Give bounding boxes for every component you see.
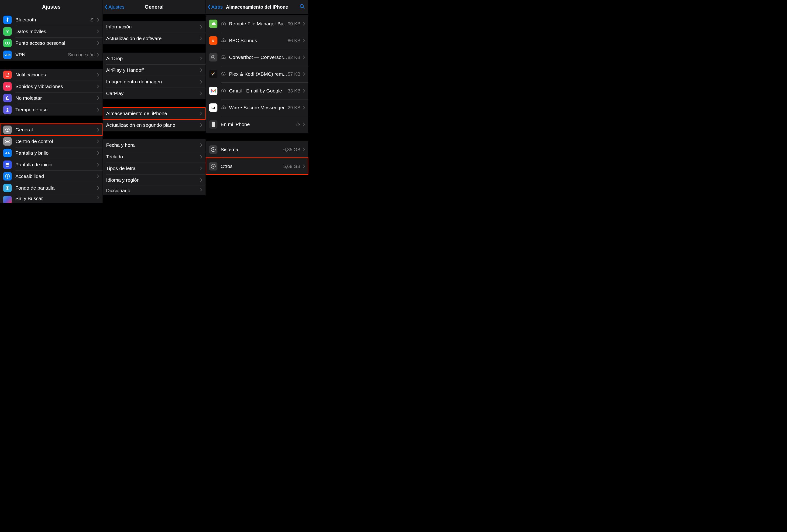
chevron-right-icon	[303, 148, 305, 151]
row-label: Sonidos y vibraciones	[15, 84, 97, 89]
gear-icon	[209, 162, 217, 171]
app-size: 82 KB	[288, 55, 300, 60]
app-row-bbc-sounds[interactable]: S BBC Sounds 86 KB	[206, 32, 308, 49]
chevron-right-icon	[97, 175, 99, 178]
row-bluetooth[interactable]: Bluetooth Sí	[0, 14, 103, 26]
chevron-right-icon	[97, 151, 99, 155]
chevron-right-icon	[200, 123, 202, 127]
chevron-right-icon	[97, 139, 99, 143]
svg-rect-12	[7, 164, 8, 165]
app-row-wire[interactable]: ω Wire • Secure Messenger 29 KB	[206, 99, 308, 116]
row-detail: 5,68 GB	[283, 164, 300, 169]
row-idioma[interactable]: Idioma y región	[103, 174, 205, 186]
svg-rect-31	[298, 125, 298, 127]
chevron-right-icon	[303, 72, 305, 76]
hotspot-icon	[3, 39, 12, 47]
row-pip[interactable]: Imagen dentro de imagen	[103, 76, 205, 88]
row-sistema[interactable]: Sistema 6,85 GB	[206, 141, 308, 158]
svg-rect-11	[6, 164, 7, 165]
row-tipos-letra[interactable]: Tipos de letra	[103, 162, 205, 174]
row-sonidos[interactable]: Sonidos y vibraciones	[0, 81, 103, 92]
row-vpn[interactable]: VPN VPN Sin conexión	[0, 49, 103, 61]
row-label: Bluetooth	[15, 17, 90, 23]
svg-point-23	[213, 57, 214, 58]
row-almacenamiento[interactable]: Almacenamiento del iPhone	[103, 108, 205, 119]
row-detail: 6,85 GB	[283, 147, 300, 152]
row-accesibilidad[interactable]: Accesibilidad	[0, 171, 103, 182]
row-teclado[interactable]: Teclado	[103, 151, 205, 162]
svg-point-5	[7, 129, 8, 130]
chevron-right-icon	[200, 57, 202, 60]
svg-rect-14	[6, 165, 7, 167]
chevron-right-icon	[200, 167, 202, 170]
row-otros[interactable]: Otros 5,68 GB	[206, 158, 308, 175]
app-label: Convertbot — Conversor...	[229, 54, 288, 60]
chevron-right-icon	[97, 108, 99, 112]
back-button[interactable]: Ajustes	[105, 4, 124, 10]
back-button[interactable]: Atrás	[208, 4, 223, 10]
app-row-convertbot[interactable]: Convertbot — Conversor... 82 KB	[206, 49, 308, 66]
row-actualizacion-software[interactable]: Actualización de software	[103, 32, 205, 44]
moon-icon	[3, 94, 12, 102]
row-tiempo-uso[interactable]: Tiempo de uso	[0, 104, 103, 115]
app-icon	[209, 87, 217, 95]
row-fondo-pantalla[interactable]: Fondo de pantalla	[0, 182, 103, 194]
search-icon	[299, 4, 305, 9]
row-pantalla-inicio[interactable]: Pantalla de inicio	[0, 159, 103, 171]
row-no-molestar[interactable]: No molestar	[0, 92, 103, 104]
app-label: Remote File Manager Ba...	[229, 21, 288, 26]
row-airplay[interactable]: AirPlay y Handoff	[103, 64, 205, 76]
chevron-right-icon	[200, 112, 202, 115]
iphone-icon	[209, 120, 217, 129]
page-title: General	[145, 4, 164, 10]
row-pantalla-brillo[interactable]: AA Pantalla y brillo	[0, 147, 103, 159]
chevron-right-icon	[97, 73, 99, 76]
app-label: BBC Sounds	[229, 38, 288, 43]
app-label: Wire • Secure Messenger	[229, 105, 288, 110]
app-size: 33 KB	[288, 88, 300, 94]
row-datos-moviles[interactable]: Datos móviles	[0, 26, 103, 37]
svg-rect-6	[6, 140, 9, 141]
row-airdrop[interactable]: AirDrop	[103, 53, 205, 64]
row-notificaciones[interactable]: Notificaciones	[0, 69, 103, 81]
panel-storage: Atrás Almacenamiento del iPhone Remote F…	[206, 0, 309, 209]
control-center-icon	[3, 137, 12, 146]
wallpaper-icon	[3, 184, 12, 192]
group-divider	[103, 44, 205, 53]
app-label: Plex & Kodi (XBMC) rem...	[229, 71, 288, 77]
row-label: Imagen dentro de imagen	[106, 79, 200, 85]
chevron-right-icon	[303, 89, 305, 93]
svg-point-18	[7, 175, 8, 176]
row-label: Punto acceso personal	[15, 40, 97, 46]
svg-rect-16	[8, 165, 9, 167]
row-label: AirDrop	[106, 56, 200, 61]
row-informacion[interactable]: Información	[103, 21, 205, 32]
row-diccionario[interactable]: Diccionario	[103, 186, 205, 195]
svg-rect-15	[7, 165, 8, 167]
chevron-right-icon	[303, 106, 305, 109]
row-general[interactable]: General	[0, 124, 103, 136]
row-label: Siri y Buscar	[15, 196, 97, 201]
row-fecha-hora[interactable]: Fecha y hora	[103, 139, 205, 151]
app-row-en-mi-iphone[interactable]: En mi iPhone	[206, 116, 308, 133]
group-divider	[0, 115, 103, 124]
chevron-right-icon	[303, 164, 305, 168]
bluetooth-icon	[3, 16, 12, 24]
svg-rect-13	[8, 164, 9, 165]
row-centro-control[interactable]: Centro de control	[0, 136, 103, 147]
app-row-gmail[interactable]: Gmail - Email by Google 33 KB	[206, 83, 308, 99]
row-label: Notificaciones	[15, 72, 97, 77]
row-actualizacion-bg[interactable]: Actualización en segundo plano	[103, 119, 205, 131]
row-label: Almacenamiento del iPhone	[106, 111, 200, 116]
row-label: Diccionario	[106, 188, 200, 193]
app-icon	[209, 53, 217, 62]
spinner-icon	[295, 122, 300, 127]
row-hotspot[interactable]: Punto acceso personal	[0, 37, 103, 49]
row-carplay[interactable]: CarPlay	[103, 88, 205, 99]
app-row-plex-kodi[interactable]: Plex & Kodi (XBMC) rem... 57 KB	[206, 66, 308, 83]
chevron-left-icon	[105, 4, 108, 9]
search-button[interactable]	[299, 4, 305, 10]
svg-rect-32	[296, 125, 297, 126]
row-siri[interactable]: Siri y Buscar	[0, 194, 103, 203]
app-row-remote-file-manager[interactable]: Remote File Manager Ba... 90 KB	[206, 15, 308, 32]
